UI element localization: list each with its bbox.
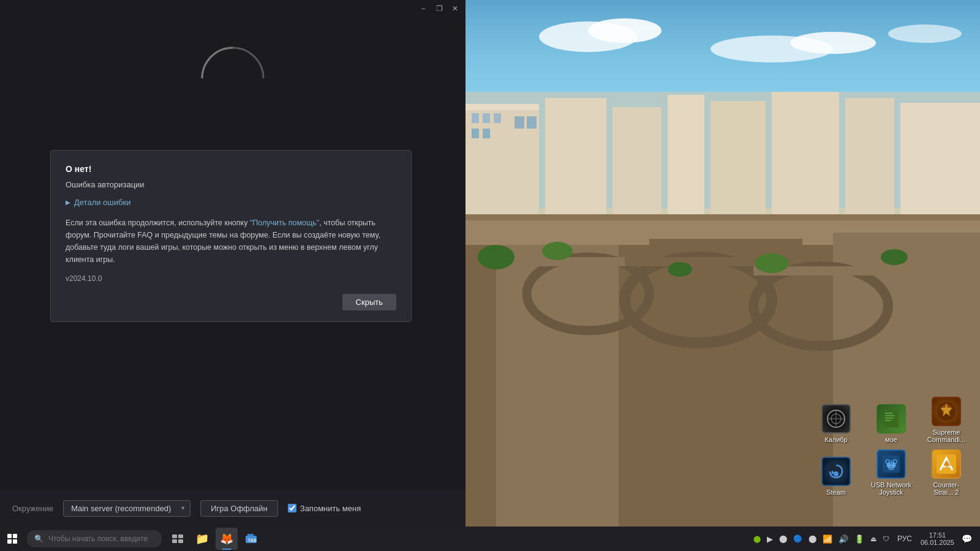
tray-volume-icon[interactable]: 🔊 [837,533,850,545]
svg-point-39 [755,253,789,273]
desktop-icons-row-1: Калибр мое [815,397,968,443]
error-body: Если эта ошибка продолжится, используйте… [66,217,396,266]
moe-label: мое [885,436,897,443]
svg-rect-64 [172,539,177,543]
svg-rect-21 [772,92,839,214]
svg-point-6 [888,24,962,43]
game-client-panel: − ❐ ✕ О нет! Ошибка авторизации ▶ Детали… [0,0,466,527]
counter-label: Counter-Strai... 2 [925,481,968,496]
taskbar-pin-gameapp[interactable]: 7AS [240,528,262,550]
svg-rect-18 [612,107,662,214]
clock-date: 06.01.2025 [921,539,954,546]
taskbar-pin-taskview[interactable] [167,528,189,550]
taskbar-right-area: ⬤ ▶ ⬤ 🔵 ⬤ 📶 🔊 🔋 ⏏ 🛡 РУС 17:51 06.01.2025… [752,530,980,547]
minimize-button[interactable]: − [418,3,429,14]
remember-me-text: Запомнить меня [300,504,361,513]
tray-network-icon[interactable]: 📶 [821,533,834,545]
env-dropdown-wrapper[interactable]: Main server (recommended) [63,500,190,517]
steam-icon [821,457,851,486]
close-button[interactable]: ✕ [450,3,461,14]
maximize-button[interactable]: ❐ [434,3,445,14]
svg-rect-19 [668,95,704,214]
search-input[interactable] [48,534,154,543]
version-label: v2024.10.0 [66,274,396,283]
remember-me-label[interactable]: Запомнить меня [288,504,361,513]
moe-icon [876,404,906,433]
game-client-titlebar: − ❐ ✕ [0,0,466,17]
svg-rect-63 [178,534,183,538]
counter-icon [932,449,961,479]
svg-point-38 [668,262,692,277]
remember-me-checkbox[interactable] [288,504,296,512]
svg-rect-14 [483,129,490,138]
usb-icon [876,449,906,479]
svg-point-59 [887,462,891,468]
desktop-icon-usb[interactable]: USB Network Joystick [870,449,913,496]
taskbar-clock[interactable]: 17:51 06.01.2025 [921,531,954,546]
tray-play-icon[interactable]: ▶ [765,533,775,545]
desktop-icons-row-2: Steam [815,449,968,496]
steam-label: Steam [826,489,846,496]
taskbar-pinned-items: 📁 🦊 7AS [167,528,262,550]
taskbar-pin-explorer[interactable]: 📁 [191,528,213,550]
taskbar: 🔍 📁 🦊 7AS ⬤ ▶ ⬤ 🔵 ⬤ 📶 🔊 🔋 ⏏ [0,527,980,551]
desktop-icons-area: Калибр мое [815,397,968,496]
desktop-icon-supreme[interactable]: Supreme Commandi... [925,397,968,443]
svg-rect-20 [710,101,766,214]
svg-rect-65 [178,539,183,543]
svg-rect-12 [494,113,501,123]
svg-text:7AS: 7AS [248,538,257,542]
supreme-label: Supreme Commandi... [925,429,968,443]
search-icon: 🔍 [34,534,43,543]
svg-rect-23 [900,103,980,214]
offline-button[interactable]: Игра Оффлайн [200,500,278,517]
tray-icon-2[interactable]: 🔵 [791,533,804,544]
svg-point-60 [892,462,895,468]
svg-rect-34 [625,257,772,266]
desktop-area: Калибр мое [466,0,980,527]
svg-point-5 [790,32,876,54]
loading-spinner [196,42,270,78]
notification-button[interactable]: 💬 [958,530,975,547]
usb-label: USB Network Joystick [870,481,913,496]
svg-rect-10 [472,113,479,123]
desktop-icon-counter[interactable]: Counter-Strai... 2 [925,449,968,496]
desktop-icon-caliber[interactable]: Калибр [815,404,858,443]
language-indicator[interactable]: РУС [895,533,914,544]
svg-rect-47 [885,415,895,416]
env-dropdown[interactable]: Main server (recommended) [63,500,190,517]
error-details-toggle[interactable]: ▶ Детали ошибки [66,198,396,207]
taskbar-pin-firefox[interactable]: 🦊 [216,528,238,550]
svg-rect-49 [885,420,891,421]
tray-icon-3[interactable]: ⬤ [807,533,818,544]
svg-point-37 [542,242,573,260]
windows-icon [7,534,17,544]
desktop-icon-moe[interactable]: мое [870,404,913,443]
tray-usb-icon[interactable]: ⏏ [869,534,878,544]
svg-rect-16 [527,116,537,129]
details-arrow-icon: ▶ [66,199,70,206]
tray-shield-icon[interactable]: 🛡 [881,534,891,544]
desktop-icon-steam[interactable]: Steam [815,457,858,496]
env-label: Окружение [12,504,53,513]
help-link-highlight: "Получить помощь" [250,219,319,227]
start-button[interactable] [0,527,24,551]
svg-rect-17 [545,98,606,214]
taskbar-search-box[interactable]: 🔍 [27,530,162,547]
svg-rect-68 [249,534,254,536]
clock-time: 17:51 [929,531,946,539]
svg-rect-15 [514,116,524,129]
tray-nvidia-icon[interactable]: ⬤ [752,534,763,544]
error-dialog: О нет! Ошибка авторизации ▶ Детали ошибк… [50,150,412,322]
svg-point-40 [881,249,908,265]
error-subtitle: Ошибка авторизации [66,180,396,189]
tray-icon-1[interactable]: ⬤ [777,533,789,544]
tray-battery-icon[interactable]: 🔋 [853,533,866,545]
error-title: О нет! [66,164,396,174]
svg-rect-28 [649,239,802,527]
hide-button[interactable]: Скрыть [342,294,396,310]
svg-rect-22 [845,98,894,214]
svg-rect-27 [496,245,619,527]
svg-point-36 [478,245,514,269]
svg-rect-13 [472,129,479,138]
